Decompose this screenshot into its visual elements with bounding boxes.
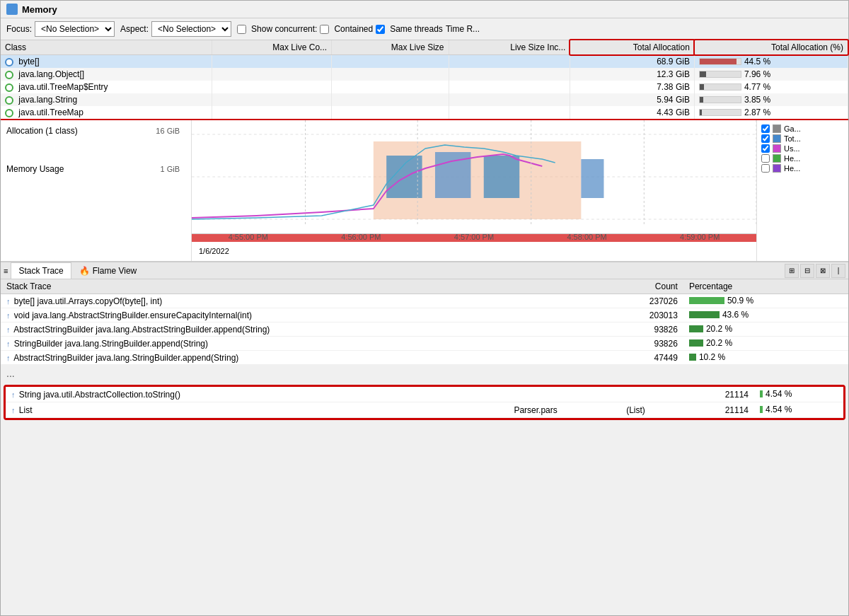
max-live-count-cell	[212, 93, 331, 106]
time-4: 4:59:00 PM	[680, 233, 720, 241]
stack-row[interactable]: ↑ AbstractStringBuilder java.lang.String…	[1, 351, 848, 365]
stack-col-pct: Percentage	[683, 279, 848, 294]
return-icon: ↑	[6, 311, 11, 320]
legend-item: Ga...	[761, 124, 844, 133]
pct-text: 3.85 %	[744, 95, 770, 105]
total-alloc-cell: 12.3 GiB	[570, 68, 695, 81]
pct-bar	[689, 297, 724, 304]
stack-row[interactable]: ↑ byte[] java.util.Arrays.copyOf(byte[],…	[1, 294, 848, 308]
toolbar-btn-2[interactable]: ⊟	[800, 264, 814, 278]
stack-trace-tab-label: Stack Trace	[18, 266, 63, 276]
pct-value: 20.2 %	[706, 324, 732, 334]
pct-text: 7.96 %	[744, 69, 770, 79]
time-axis: 4:55:00 PM 4:56:00 PM 4:57:00 PM 4:58:00…	[192, 233, 756, 241]
highlighted-row[interactable]: ↑ String java.util.AbstractCollection.to…	[6, 387, 843, 402]
stack-method-cell: ↑ void java.lang.AbstractStringBuilder.e…	[1, 308, 597, 322]
legend-checkbox[interactable]	[761, 134, 770, 143]
stack-count-cell: 237026	[597, 294, 683, 308]
toolbar-btn-1[interactable]: ⊞	[785, 264, 799, 278]
pct-bar	[760, 406, 763, 413]
pct-value: 4.54 %	[766, 405, 792, 414]
live-size-inc-cell	[449, 93, 570, 106]
total-alloc-pct-cell: 7.96 %	[694, 68, 848, 81]
legend-checkbox[interactable]	[761, 124, 770, 133]
hl-count-cell: 21114	[683, 402, 754, 418]
aspect-label: Aspect:	[120, 24, 149, 34]
stack-row[interactable]: ↑ AbstractStringBuilder java.lang.Abstra…	[1, 322, 848, 337]
stack-pct-cell: 20.2 %	[683, 337, 848, 351]
class-icon	[5, 109, 13, 117]
hl-count-cell: 21114	[683, 387, 754, 402]
table-row[interactable]: java.util.TreeMap$Entry 7.38 GiB 4.77 %	[1, 81, 848, 93]
pct-text: 44.5 %	[744, 57, 770, 66]
tab-flame-view[interactable]: 🔥 Flame View	[71, 262, 144, 279]
total-alloc-cell: 7.38 GiB	[570, 81, 695, 93]
hl-col3-cell: Parser.pars	[508, 402, 620, 418]
table-row[interactable]: byte[] 68.9 GiB 44.5 %	[1, 55, 848, 69]
col-max-live-size: Max Live Size	[332, 40, 449, 55]
stack-col-count: Count	[597, 279, 683, 294]
stack-pct-cell: 10.2 %	[683, 351, 848, 365]
max-live-size-cell	[332, 81, 449, 93]
total-alloc-pct-cell: 2.87 %	[694, 106, 848, 119]
time-1: 4:56:00 PM	[341, 233, 381, 241]
total-alloc-pct-cell: 44.5 %	[694, 55, 848, 69]
pct-value: 20.2 %	[706, 338, 732, 348]
toolbar-btn-3[interactable]: ⊠	[816, 264, 830, 278]
stack-row[interactable]: ↑ void java.lang.AbstractStringBuilder.e…	[1, 308, 848, 322]
show-concurrent-checkbox[interactable]	[237, 25, 246, 34]
contained-label: Contained	[334, 24, 373, 34]
col-total-alloc-pct: Total Allocation (%)	[694, 40, 848, 55]
pct-bar-container	[699, 71, 741, 78]
stack-method-cell: ↑ byte[] java.util.Arrays.copyOf(byte[],…	[1, 294, 597, 308]
pct-bar-container	[699, 109, 741, 116]
hl-pct-cell: 4.54 %	[754, 387, 843, 402]
max-live-size-cell	[332, 55, 449, 69]
table-row[interactable]: java.lang.String 5.94 GiB 3.85 %	[1, 93, 848, 106]
hl-method-cell: ↑ List	[6, 402, 508, 418]
hl-method-cell: ↑ String java.util.AbstractCollection.to…	[6, 387, 508, 402]
pct-value: 43.6 %	[722, 310, 749, 320]
aspect-select[interactable]: <No Selection>	[151, 21, 231, 37]
pct-bar	[689, 311, 720, 318]
table-row[interactable]: java.lang.Object[] 12.3 GiB 7.96 %	[1, 68, 848, 81]
legend-item: Tot...	[761, 134, 844, 143]
tab-toolbar-right: ⊞ ⊟ ⊠ |	[785, 264, 845, 278]
same-threads-label: Same threads	[390, 24, 443, 34]
time-range-label: Time R...	[446, 24, 480, 34]
pct-bar-fill	[700, 71, 706, 77]
pct-bar-fill	[700, 110, 702, 115]
col-live-size-inc: Live Size Inc...	[449, 40, 570, 55]
pct-bar	[689, 339, 703, 347]
highlighted-row[interactable]: ↑ List Parser.pars (List) 21114 4.54 %	[6, 402, 843, 418]
class-cell: java.util.TreeMap	[1, 106, 212, 119]
title-bar: Memory	[1, 1, 848, 18]
window-title: Memory	[22, 4, 57, 15]
pct-value: 10.2 %	[699, 352, 725, 362]
same-threads-checkbox[interactable]	[376, 25, 385, 34]
allocation-table-section: Class Max Live Co... Max Live Size Live …	[1, 40, 848, 120]
contained-checkbox[interactable]	[320, 25, 329, 34]
hl-col3-cell	[508, 387, 620, 402]
toolbar-btn-4[interactable]: |	[831, 264, 845, 278]
legend-checkbox[interactable]	[761, 164, 770, 173]
stack-count-cell: 93826	[597, 337, 683, 351]
table-row[interactable]: java.util.TreeMap 4.43 GiB 2.87 %	[1, 106, 848, 119]
legend-checkbox[interactable]	[761, 144, 770, 153]
stack-section: ≡ Stack Trace 🔥 Flame View ⊞ ⊟ ⊠ |	[1, 262, 848, 423]
stack-method-cell: ↑ AbstractStringBuilder java.lang.Abstra…	[1, 322, 597, 337]
tab-stack-trace[interactable]: Stack Trace	[11, 262, 71, 279]
hl-col4-cell	[620, 387, 683, 402]
concurrent-group: Show concurrent: Contained Same threads …	[237, 24, 480, 34]
legend-label: He...	[784, 154, 800, 163]
class-cell: java.lang.Object[]	[1, 68, 212, 81]
legend-checkbox[interactable]	[761, 154, 770, 163]
pct-bar-container	[699, 96, 741, 103]
return-icon: ↑	[6, 297, 11, 306]
stack-row[interactable]: ↑ StringBuilder java.lang.StringBuilder.…	[1, 337, 848, 351]
total-alloc-cell: 4.43 GiB	[570, 106, 695, 119]
pct-bar	[689, 354, 696, 361]
alloc-label-row: Allocation (1 class) 16 GiB	[6, 126, 185, 136]
pct-bar-container	[699, 83, 741, 91]
focus-select[interactable]: <No Selection>	[35, 21, 115, 37]
